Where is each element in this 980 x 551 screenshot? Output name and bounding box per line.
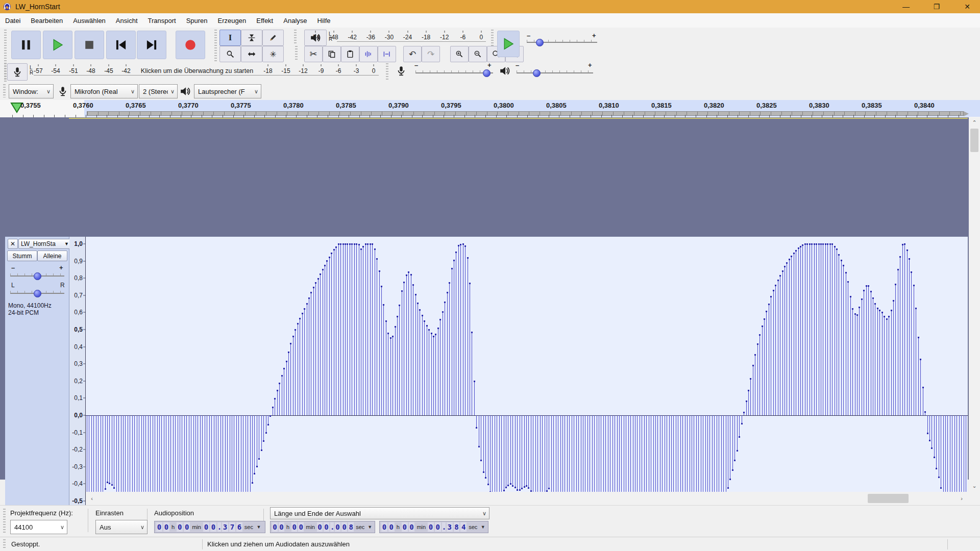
menu-item-analyse[interactable]: Analyse [278,14,312,28]
vertical-scrollbar-thumb[interactable] [970,129,978,152]
time-digit[interactable]: 0 [381,522,387,532]
selection-end-field[interactable]: 00h00min00.384sec▼ [379,521,488,533]
recording-channels-combobox[interactable]: 2 (Stereo)∨ [139,84,178,98]
scroll-up-icon[interactable]: ⌃ [969,117,980,128]
selection-tool-button[interactable]: I [219,30,241,46]
time-digit[interactable]: 0 [317,522,323,532]
playback-volume-thumb[interactable] [533,69,541,77]
menu-item-effekt[interactable]: Effekt [251,14,278,28]
horizontal-scrollbar-thumb[interactable] [868,494,909,503]
time-digit[interactable]: 0 [341,522,347,532]
time-digit[interactable]: 0 [409,522,415,532]
time-digit[interactable]: 0 [298,522,304,532]
time-digit[interactable]: . [330,522,334,532]
play-speed-slider-thumb[interactable] [536,39,544,46]
time-digit[interactable]: 7 [229,522,235,532]
gain-slider-thumb[interactable] [34,272,41,280]
time-digit[interactable]: 0 [156,522,162,532]
trim-outside-selection-button[interactable] [359,46,378,62]
menu-item-auswählen[interactable]: Auswählen [68,14,111,28]
time-digit[interactable]: 3 [447,522,453,532]
pause-button[interactable] [11,31,41,59]
zoom-tool-button[interactable] [219,46,241,62]
time-digit[interactable]: 0 [203,522,209,532]
timeshift-tool-button[interactable] [241,46,262,62]
time-digit[interactable]: 0 [428,522,434,532]
range-mode-combobox[interactable]: Länge und Ende der Auswahl ∨ [270,507,489,519]
chevron-down-icon[interactable]: ▼ [255,524,263,530]
vertical-scale-ruler[interactable]: 1,00,90,80,70,60,50,40,30,20,10,0-0,1-0,… [69,237,86,551]
cut-button[interactable]: ✂ [304,46,323,62]
menu-item-ansicht[interactable]: Ansicht [111,14,143,28]
recording-meter-button[interactable] [7,63,28,81]
zoom-in-button[interactable] [450,46,469,62]
time-digit[interactable]: 0 [402,522,408,532]
title-bar[interactable]: LW_HornStart — ❐ ✕ [0,0,980,13]
track-title-menu[interactable]: LW_HornSta ▼ [18,239,71,249]
close-button[interactable]: ✕ [955,0,979,13]
mute-button[interactable]: Stumm [7,251,37,261]
skip-start-button[interactable] [106,31,136,59]
audio-host-combobox[interactable]: Window:∨ [9,84,54,98]
chevron-down-icon[interactable]: ▼ [479,524,487,530]
undo-button[interactable]: ↶ [403,46,422,62]
time-digit[interactable]: . [217,522,221,532]
recording-device-combobox[interactable]: Mikrofon (Real∨ [70,84,138,98]
toolbar-grip[interactable] [3,509,6,534]
play-button[interactable] [43,31,72,59]
toolbar-grip[interactable] [3,84,6,97]
rate-combobox[interactable]: 44100 ∨ [10,520,67,534]
time-digit[interactable]: 0 [291,522,297,532]
menu-item-datei[interactable]: Datei [0,14,26,28]
scroll-down-icon[interactable]: ⌄ [969,481,980,491]
time-digit[interactable]: 0 [272,522,278,532]
minimize-button[interactable]: — [894,0,918,13]
snap-combobox[interactable]: Aus ∨ [95,520,148,534]
draw-tool-button[interactable] [262,30,284,46]
time-digit[interactable]: 0 [324,522,329,532]
time-digit[interactable]: 8 [348,522,354,532]
time-digit[interactable]: 0 [210,522,216,532]
copy-button[interactable] [323,46,341,62]
recording-volume-thumb[interactable] [483,69,491,77]
track-close-button[interactable]: ✕ [8,239,18,249]
audio-position-field[interactable]: 00h00min00.376sec▼ [154,521,265,533]
toolbar-grip[interactable] [294,30,297,44]
play-at-speed-button[interactable] [497,31,520,57]
chevron-down-icon[interactable]: ▼ [366,524,374,530]
recording-volume-slider[interactable] [415,72,493,73]
multi-tool-button[interactable]: ✳ [262,46,284,62]
menu-item-hilfe[interactable]: Hilfe [312,14,336,28]
silence-selection-button[interactable] [378,46,396,62]
envelope-tool-button[interactable] [241,30,262,46]
redo-button[interactable]: ↷ [422,46,440,62]
zoom-out-button[interactable] [469,46,487,62]
scroll-right-icon[interactable]: › [957,492,967,505]
menu-item-erzeugen[interactable]: Erzeugen [213,14,252,28]
selection-length-field[interactable]: 00h00min00.008sec▼ [270,521,375,533]
horizontal-scrollbar[interactable]: ‹ › [86,492,968,505]
maximize-button[interactable]: ❐ [925,0,948,13]
scroll-left-icon[interactable]: ‹ [87,492,97,505]
time-digit[interactable]: . [442,522,446,532]
time-digit[interactable]: 0 [163,522,169,532]
time-digit[interactable]: 0 [388,522,395,532]
monitor-start-text[interactable]: Klicken um die Überwachung zu starten [141,67,253,74]
stop-button[interactable] [75,31,104,59]
solo-button[interactable]: Alleine [37,251,67,261]
time-digit[interactable]: 0 [184,522,190,532]
playback-device-combobox[interactable]: Lautsprecher (F∨ [194,84,261,98]
toolbar-grip[interactable] [386,63,388,81]
time-digit[interactable]: 6 [236,522,242,532]
menu-item-bearbeiten[interactable]: Bearbeiten [26,14,68,28]
time-digit[interactable]: 0 [279,522,284,532]
toolbar-grip[interactable] [214,30,217,61]
time-digit[interactable]: 8 [454,522,460,532]
toolbar-grip[interactable] [4,63,7,81]
vertical-scrollbar[interactable]: ⌃ ⌄ [969,117,980,492]
skip-end-button[interactable] [137,31,166,59]
time-digit[interactable]: 0 [335,522,340,532]
time-digit[interactable]: 0 [435,522,441,532]
time-digit[interactable]: 4 [460,522,467,532]
menu-item-spuren[interactable]: Spuren [181,14,213,28]
